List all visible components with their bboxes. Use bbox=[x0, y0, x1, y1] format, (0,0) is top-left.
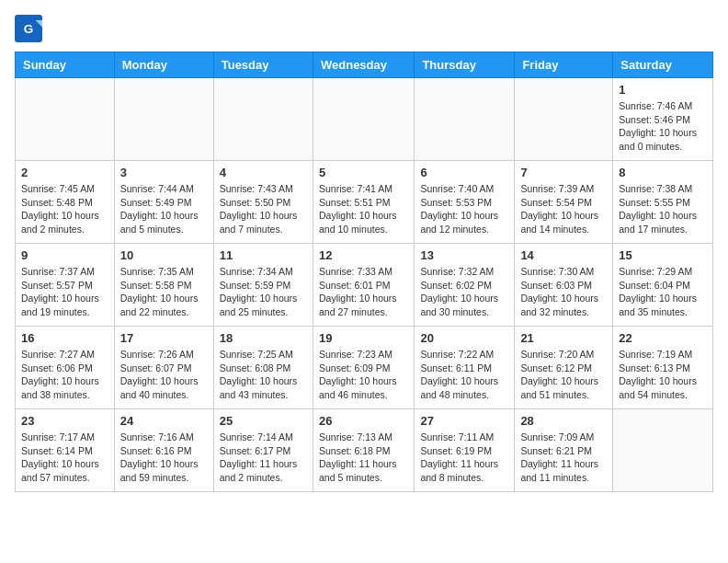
day-info: Sunrise: 7:16 AM Sunset: 6:16 PM Dayligh… bbox=[120, 431, 208, 485]
day-number: 5 bbox=[319, 166, 408, 179]
calendar-cell: 22Sunrise: 7:19 AM Sunset: 6:13 PM Dayli… bbox=[613, 327, 713, 409]
column-header-thursday: Thursday bbox=[415, 52, 515, 78]
day-number: 7 bbox=[520, 166, 607, 179]
day-number: 11 bbox=[220, 248, 307, 262]
day-number: 2 bbox=[21, 166, 108, 179]
calendar-cell: 17Sunrise: 7:26 AM Sunset: 6:07 PM Dayli… bbox=[114, 327, 213, 409]
day-number: 1 bbox=[619, 83, 707, 97]
calendar-cell: 5Sunrise: 7:41 AM Sunset: 5:51 PM Daylig… bbox=[313, 161, 414, 244]
day-number: 15 bbox=[619, 248, 707, 262]
day-info: Sunrise: 7:41 AM Sunset: 5:51 PM Dayligh… bbox=[319, 182, 408, 236]
day-number: 21 bbox=[520, 331, 607, 345]
logo-icon: G bbox=[15, 15, 42, 42]
day-info: Sunrise: 7:40 AM Sunset: 5:53 PM Dayligh… bbox=[420, 182, 508, 236]
calendar-cell bbox=[114, 78, 213, 161]
calendar-cell: 23Sunrise: 7:17 AM Sunset: 6:14 PM Dayli… bbox=[16, 409, 115, 492]
calendar-cell: 13Sunrise: 7:32 AM Sunset: 6:02 PM Dayli… bbox=[415, 244, 515, 327]
calendar-cell: 2Sunrise: 7:45 AM Sunset: 5:48 PM Daylig… bbox=[16, 161, 115, 244]
day-number: 24 bbox=[120, 414, 208, 428]
day-info: Sunrise: 7:26 AM Sunset: 6:07 PM Dayligh… bbox=[120, 348, 208, 402]
calendar-cell: 12Sunrise: 7:33 AM Sunset: 6:01 PM Dayli… bbox=[313, 244, 414, 327]
day-number: 6 bbox=[420, 166, 508, 179]
day-info: Sunrise: 7:22 AM Sunset: 6:11 PM Dayligh… bbox=[420, 348, 508, 402]
calendar-cell: 10Sunrise: 7:35 AM Sunset: 5:58 PM Dayli… bbox=[114, 244, 213, 327]
day-info: Sunrise: 7:13 AM Sunset: 6:18 PM Dayligh… bbox=[319, 431, 408, 485]
day-number: 26 bbox=[319, 414, 408, 428]
calendar-cell: 7Sunrise: 7:39 AM Sunset: 5:54 PM Daylig… bbox=[515, 161, 613, 244]
day-number: 19 bbox=[319, 331, 408, 345]
calendar-cell bbox=[515, 78, 613, 161]
day-info: Sunrise: 7:23 AM Sunset: 6:09 PM Dayligh… bbox=[319, 348, 408, 402]
day-info: Sunrise: 7:09 AM Sunset: 6:21 PM Dayligh… bbox=[520, 431, 607, 485]
calendar-week-3: 9Sunrise: 7:37 AM Sunset: 5:57 PM Daylig… bbox=[16, 244, 713, 327]
logo: G bbox=[15, 15, 46, 42]
calendar-cell: 21Sunrise: 7:20 AM Sunset: 6:12 PM Dayli… bbox=[515, 327, 613, 409]
calendar-cell: 27Sunrise: 7:11 AM Sunset: 6:19 PM Dayli… bbox=[415, 409, 515, 492]
day-number: 10 bbox=[120, 248, 208, 262]
calendar-cell: 26Sunrise: 7:13 AM Sunset: 6:18 PM Dayli… bbox=[313, 409, 414, 492]
day-number: 20 bbox=[420, 331, 508, 345]
column-header-friday: Friday bbox=[515, 52, 613, 78]
day-info: Sunrise: 7:11 AM Sunset: 6:19 PM Dayligh… bbox=[420, 431, 508, 485]
day-number: 8 bbox=[619, 166, 707, 179]
calendar-week-5: 23Sunrise: 7:17 AM Sunset: 6:14 PM Dayli… bbox=[16, 409, 713, 492]
day-number: 28 bbox=[520, 414, 607, 428]
day-number: 23 bbox=[21, 414, 108, 428]
calendar-cell: 15Sunrise: 7:29 AM Sunset: 6:04 PM Dayli… bbox=[613, 244, 713, 327]
day-number: 3 bbox=[120, 166, 208, 179]
calendar-cell: 24Sunrise: 7:16 AM Sunset: 6:16 PM Dayli… bbox=[114, 409, 213, 492]
calendar-cell: 6Sunrise: 7:40 AM Sunset: 5:53 PM Daylig… bbox=[415, 161, 515, 244]
column-header-sunday: Sunday bbox=[16, 52, 115, 78]
day-info: Sunrise: 7:46 AM Sunset: 5:46 PM Dayligh… bbox=[619, 99, 707, 154]
day-info: Sunrise: 7:38 AM Sunset: 5:55 PM Dayligh… bbox=[619, 182, 707, 236]
day-info: Sunrise: 7:32 AM Sunset: 6:02 PM Dayligh… bbox=[420, 265, 508, 319]
day-info: Sunrise: 7:39 AM Sunset: 5:54 PM Dayligh… bbox=[520, 182, 607, 236]
column-header-wednesday: Wednesday bbox=[313, 52, 414, 78]
day-info: Sunrise: 7:14 AM Sunset: 6:17 PM Dayligh… bbox=[220, 431, 307, 485]
day-info: Sunrise: 7:30 AM Sunset: 6:03 PM Dayligh… bbox=[520, 265, 607, 319]
day-number: 9 bbox=[21, 248, 108, 262]
day-info: Sunrise: 7:27 AM Sunset: 6:06 PM Dayligh… bbox=[21, 348, 108, 402]
day-number: 18 bbox=[220, 331, 307, 345]
day-number: 14 bbox=[520, 248, 607, 262]
day-number: 16 bbox=[21, 331, 108, 345]
calendar-cell: 9Sunrise: 7:37 AM Sunset: 5:57 PM Daylig… bbox=[16, 244, 115, 327]
day-info: Sunrise: 7:20 AM Sunset: 6:12 PM Dayligh… bbox=[520, 348, 607, 402]
page-header: G bbox=[15, 15, 713, 42]
calendar-week-4: 16Sunrise: 7:27 AM Sunset: 6:06 PM Dayli… bbox=[16, 327, 713, 409]
day-info: Sunrise: 7:34 AM Sunset: 5:59 PM Dayligh… bbox=[220, 265, 307, 319]
day-info: Sunrise: 7:17 AM Sunset: 6:14 PM Dayligh… bbox=[21, 431, 108, 485]
day-info: Sunrise: 7:33 AM Sunset: 6:01 PM Dayligh… bbox=[319, 265, 408, 319]
day-info: Sunrise: 7:25 AM Sunset: 6:08 PM Dayligh… bbox=[220, 348, 307, 402]
calendar-cell: 20Sunrise: 7:22 AM Sunset: 6:11 PM Dayli… bbox=[415, 327, 515, 409]
calendar-cell bbox=[313, 78, 414, 161]
column-header-monday: Monday bbox=[114, 52, 213, 78]
calendar-cell: 14Sunrise: 7:30 AM Sunset: 6:03 PM Dayli… bbox=[515, 244, 613, 327]
calendar-cell: 3Sunrise: 7:44 AM Sunset: 5:49 PM Daylig… bbox=[114, 161, 213, 244]
svg-text:G: G bbox=[24, 22, 34, 36]
column-header-saturday: Saturday bbox=[613, 52, 713, 78]
day-number: 22 bbox=[619, 331, 707, 345]
day-number: 12 bbox=[319, 248, 408, 262]
day-info: Sunrise: 7:35 AM Sunset: 5:58 PM Dayligh… bbox=[120, 265, 208, 319]
calendar-cell: 19Sunrise: 7:23 AM Sunset: 6:09 PM Dayli… bbox=[313, 327, 414, 409]
calendar-cell bbox=[16, 78, 115, 161]
calendar-cell: 1Sunrise: 7:46 AM Sunset: 5:46 PM Daylig… bbox=[613, 78, 713, 161]
calendar-cell: 8Sunrise: 7:38 AM Sunset: 5:55 PM Daylig… bbox=[613, 161, 713, 244]
day-number: 13 bbox=[420, 248, 508, 262]
calendar-table: SundayMondayTuesdayWednesdayThursdayFrid… bbox=[15, 52, 713, 492]
calendar-cell: 28Sunrise: 7:09 AM Sunset: 6:21 PM Dayli… bbox=[515, 409, 613, 492]
calendar-cell: 11Sunrise: 7:34 AM Sunset: 5:59 PM Dayli… bbox=[213, 244, 313, 327]
calendar-cell bbox=[213, 78, 313, 161]
day-info: Sunrise: 7:37 AM Sunset: 5:57 PM Dayligh… bbox=[21, 265, 108, 319]
calendar-cell: 25Sunrise: 7:14 AM Sunset: 6:17 PM Dayli… bbox=[213, 409, 313, 492]
day-number: 27 bbox=[420, 414, 508, 428]
calendar-header-row: SundayMondayTuesdayWednesdayThursdayFrid… bbox=[16, 52, 713, 78]
day-number: 4 bbox=[220, 166, 307, 179]
day-number: 17 bbox=[120, 331, 208, 345]
day-info: Sunrise: 7:19 AM Sunset: 6:13 PM Dayligh… bbox=[619, 348, 707, 402]
calendar-cell: 18Sunrise: 7:25 AM Sunset: 6:08 PM Dayli… bbox=[213, 327, 313, 409]
calendar-week-1: 1Sunrise: 7:46 AM Sunset: 5:46 PM Daylig… bbox=[16, 78, 713, 161]
column-header-tuesday: Tuesday bbox=[213, 52, 313, 78]
day-info: Sunrise: 7:44 AM Sunset: 5:49 PM Dayligh… bbox=[120, 182, 208, 236]
